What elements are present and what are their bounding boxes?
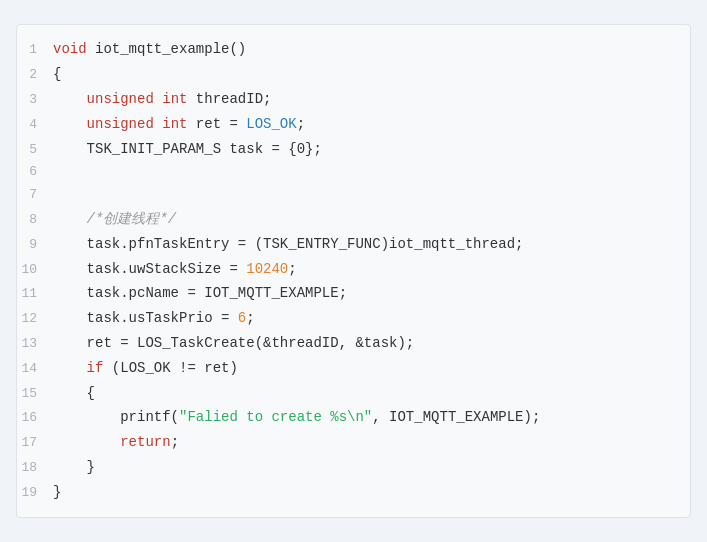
code-line: 13 ret = LOS_TaskCreate(&threadID, &task… — [17, 331, 690, 356]
line-number: 9 — [17, 235, 53, 256]
token-plain: task.pcName = IOT_MQTT_EXAMPLE; — [53, 285, 347, 301]
code-content: task.pfnTaskEntry = (TSK_ENTRY_FUNC)iot_… — [53, 233, 523, 255]
token-plain: ret = — [187, 116, 246, 132]
token-str: "Falied to create %s\n" — [179, 409, 372, 425]
line-number: 4 — [17, 115, 53, 136]
code-line: 2{ — [17, 62, 690, 87]
code-content: task.pcName = IOT_MQTT_EXAMPLE; — [53, 282, 347, 304]
token-kw: void — [53, 41, 87, 57]
code-line: 14 if (LOS_OK != ret) — [17, 356, 690, 381]
line-number: 17 — [17, 433, 53, 454]
token-plain: iot_mqtt_example() — [87, 41, 247, 57]
code-line: 12 task.usTaskPrio = 6; — [17, 306, 690, 331]
line-number: 11 — [17, 284, 53, 305]
token-kw: unsigned — [87, 91, 154, 107]
token-plain: task.pfnTaskEntry = (TSK_ENTRY_FUNC)iot_… — [53, 236, 523, 252]
line-number: 2 — [17, 65, 53, 86]
code-line: 17 return; — [17, 430, 690, 455]
code-content: /*创建线程*/ — [53, 208, 176, 230]
code-line: 11 task.pcName = IOT_MQTT_EXAMPLE; — [17, 281, 690, 306]
code-content: task.uwStackSize = 10240; — [53, 258, 297, 280]
token-plain — [53, 434, 120, 450]
code-content: ret = LOS_TaskCreate(&threadID, &task); — [53, 332, 414, 354]
token-plain: ; — [171, 434, 179, 450]
token-kw: return — [120, 434, 170, 450]
code-line: 15 { — [17, 381, 690, 406]
token-kw: int — [162, 116, 187, 132]
token-comment: /*创建线程*/ — [87, 211, 177, 227]
token-plain: task.uwStackSize = — [53, 261, 246, 277]
code-line: 10 task.uwStackSize = 10240; — [17, 257, 690, 282]
code-line: 1void iot_mqtt_example() — [17, 37, 690, 62]
line-number: 18 — [17, 458, 53, 479]
token-plain — [53, 116, 87, 132]
code-line: 7 — [17, 184, 690, 207]
code-content: { — [53, 382, 95, 404]
line-number: 15 — [17, 384, 53, 405]
token-plain — [154, 116, 162, 132]
token-plain — [53, 91, 87, 107]
code-content: TSK_INIT_PARAM_S task = {0}; — [53, 138, 322, 160]
token-plain: (LOS_OK != ret) — [103, 360, 237, 376]
token-kw: unsigned — [87, 116, 154, 132]
line-number: 6 — [17, 162, 53, 183]
code-line: 9 task.pfnTaskEntry = (TSK_ENTRY_FUNC)io… — [17, 232, 690, 257]
token-plain: task.usTaskPrio = — [53, 310, 238, 326]
code-content: task.usTaskPrio = 6; — [53, 307, 255, 329]
code-content: unsigned int ret = LOS_OK; — [53, 113, 305, 135]
code-content: { — [53, 63, 61, 85]
token-kw: int — [162, 91, 187, 107]
line-number: 5 — [17, 140, 53, 161]
line-number: 16 — [17, 408, 53, 429]
code-line: 4 unsigned int ret = LOS_OK; — [17, 112, 690, 137]
token-plain: ; — [288, 261, 296, 277]
token-plain: TSK_INIT_PARAM_S task = {0}; — [53, 141, 322, 157]
line-number: 13 — [17, 334, 53, 355]
code-line: 3 unsigned int threadID; — [17, 87, 690, 112]
line-number: 1 — [17, 40, 53, 61]
code-line: 8 /*创建线程*/ — [17, 207, 690, 232]
code-content: } — [53, 456, 95, 478]
token-plain: ret = LOS_TaskCreate(&threadID, &task); — [53, 335, 414, 351]
line-number: 14 — [17, 359, 53, 380]
line-number: 19 — [17, 483, 53, 504]
code-line: 5 TSK_INIT_PARAM_S task = {0}; — [17, 137, 690, 162]
code-content: unsigned int threadID; — [53, 88, 271, 110]
code-content: return; — [53, 431, 179, 453]
token-plain: threadID; — [187, 91, 271, 107]
line-number: 12 — [17, 309, 53, 330]
line-number: 3 — [17, 90, 53, 111]
code-line: 18 } — [17, 455, 690, 480]
code-content: if (LOS_OK != ret) — [53, 357, 238, 379]
token-plain: ; — [246, 310, 254, 326]
code-content: void iot_mqtt_example() — [53, 38, 246, 60]
line-number: 7 — [17, 185, 53, 206]
token-plain: } — [53, 459, 95, 475]
token-var: LOS_OK — [246, 116, 296, 132]
token-plain: } — [53, 484, 61, 500]
code-content: } — [53, 481, 61, 503]
token-plain — [53, 211, 87, 227]
code-line: 19} — [17, 480, 690, 505]
code-line: 16 printf("Falied to create %s\n", IOT_M… — [17, 405, 690, 430]
token-plain: { — [53, 385, 95, 401]
token-plain: , IOT_MQTT_EXAMPLE); — [372, 409, 540, 425]
token-plain — [53, 360, 87, 376]
line-number: 10 — [17, 260, 53, 281]
token-val: 6 — [238, 310, 246, 326]
code-block: 1void iot_mqtt_example()2{3 unsigned int… — [16, 24, 691, 517]
token-plain: printf( — [53, 409, 179, 425]
code-content: printf("Falied to create %s\n", IOT_MQTT… — [53, 406, 540, 428]
token-plain: ; — [297, 116, 305, 132]
token-plain: { — [53, 66, 61, 82]
code-line: 6 — [17, 161, 690, 184]
token-kw: if — [87, 360, 104, 376]
token-val: 10240 — [246, 261, 288, 277]
token-plain — [154, 91, 162, 107]
line-number: 8 — [17, 210, 53, 231]
